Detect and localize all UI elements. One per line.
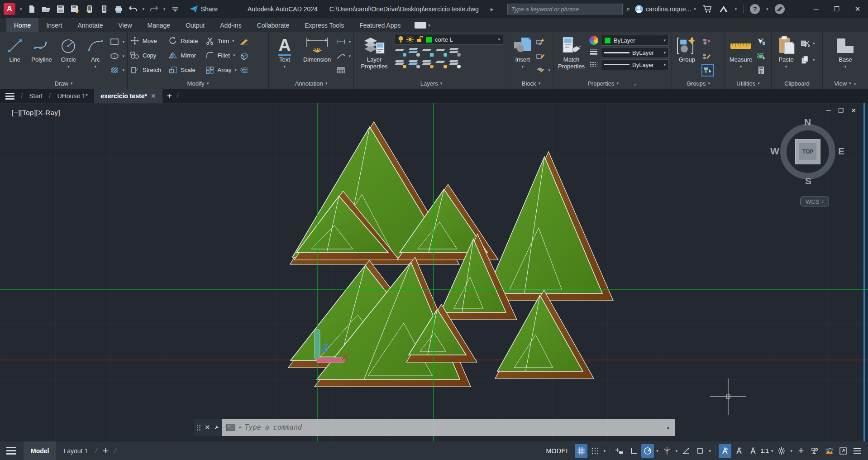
line-button[interactable]: Line bbox=[3, 34, 27, 78]
layer-off-icon[interactable] bbox=[395, 48, 406, 57]
arc-caret-icon[interactable]: ▾ bbox=[94, 64, 96, 69]
rotate-button[interactable]: Rotate bbox=[168, 35, 198, 47]
text-button[interactable]: A Text ▾ bbox=[272, 34, 298, 78]
command-history-expand-icon[interactable]: ▲ bbox=[666, 425, 671, 430]
layer-make-current-icon[interactable] bbox=[449, 48, 461, 57]
app-menu-caret-icon[interactable]: ▾ bbox=[20, 7, 22, 11]
rectangle-button[interactable]: ▾ bbox=[110, 36, 124, 48]
panel-label-annotation[interactable]: Annotation▾ bbox=[269, 78, 353, 89]
ortho-mode-toggle[interactable] bbox=[627, 444, 640, 458]
viewport-controls-label[interactable]: [−][Top][X-Ray] bbox=[12, 109, 60, 116]
layer-color-swatch[interactable] bbox=[425, 36, 432, 43]
properties-dialog-launcher-icon[interactable]: ⌄ bbox=[633, 80, 638, 87]
base-button[interactable]: Base ▾ bbox=[833, 34, 858, 78]
viewcube-top-face[interactable]: TOP bbox=[795, 139, 820, 164]
command-input[interactable]: ▾ Type a command ▲ bbox=[222, 419, 675, 436]
group-edit-button[interactable] bbox=[702, 50, 714, 62]
object-snap-tracking-toggle[interactable] bbox=[680, 444, 692, 458]
circle-button[interactable]: Circle ▾ bbox=[57, 34, 81, 78]
create-block-button[interactable] bbox=[536, 36, 550, 48]
offset-button[interactable] bbox=[239, 64, 248, 76]
layer-on-icon[interactable] bbox=[395, 59, 406, 68]
minimize-icon[interactable]: ─ bbox=[806, 0, 826, 18]
annotation-scale-caret-icon[interactable]: ▾ bbox=[770, 449, 774, 453]
layer-sun-icon[interactable] bbox=[406, 36, 414, 43]
autodesk-logo-icon[interactable] bbox=[719, 4, 729, 14]
text-caret-icon[interactable]: ▾ bbox=[284, 64, 286, 69]
recent-commands-icon[interactable] bbox=[226, 424, 235, 431]
save-icon[interactable] bbox=[56, 4, 66, 14]
dimension-button[interactable]: Dimension bbox=[300, 34, 334, 78]
layer-properties-button[interactable]: Layer Properties bbox=[357, 34, 392, 78]
file-tab-uhouse[interactable]: UHouse 1* bbox=[51, 89, 94, 103]
mirror-button[interactable]: Mirror bbox=[168, 49, 198, 61]
maximize-icon[interactable]: ☐ bbox=[826, 0, 847, 18]
base-caret-icon[interactable]: ▾ bbox=[844, 64, 847, 69]
viewcube-east[interactable]: E bbox=[838, 146, 844, 157]
quick-calculator-button[interactable] bbox=[757, 64, 766, 76]
undo-caret-icon[interactable]: ▾ bbox=[143, 7, 145, 11]
array-caret-icon[interactable]: ▾ bbox=[235, 68, 237, 72]
edit-attributes-caret-icon[interactable]: ▾ bbox=[548, 68, 550, 72]
trim-caret-icon[interactable]: ▾ bbox=[232, 38, 234, 43]
object-color-dropdown[interactable]: ByLayer ▾ bbox=[601, 35, 669, 46]
customize-quick-access-icon[interactable] bbox=[170, 4, 180, 14]
clean-screen-toggle[interactable] bbox=[837, 444, 849, 458]
layer-dropdown[interactable]: corte L ▾ bbox=[395, 34, 503, 45]
block-editor-button[interactable] bbox=[536, 50, 550, 62]
annotation-scale-value[interactable]: 1:1 bbox=[761, 447, 769, 454]
annotation-visibility-toggle[interactable] bbox=[719, 444, 731, 458]
layer-unisolate-icon[interactable] bbox=[408, 59, 420, 68]
trim-button[interactable]: Trim ▾ bbox=[205, 35, 237, 47]
multileader-caret-icon[interactable]: ▾ bbox=[348, 54, 351, 58]
group-selection-toggle-button[interactable] bbox=[702, 64, 714, 76]
linear-dimension-button[interactable]: ▾ bbox=[336, 36, 351, 48]
file-tabs-menu-icon[interactable] bbox=[5, 93, 14, 100]
layout1-tab[interactable]: Layout 1 bbox=[56, 441, 95, 460]
tab-collaborate[interactable]: Collaborate bbox=[249, 18, 297, 32]
tab-annotate[interactable]: Annotate bbox=[70, 18, 110, 32]
layer-match-icon[interactable] bbox=[449, 59, 461, 68]
copy-clip-caret-icon[interactable]: ▾ bbox=[813, 58, 815, 62]
insert-caret-icon[interactable]: ▾ bbox=[521, 64, 524, 69]
tab-manage[interactable]: Manage bbox=[140, 18, 178, 32]
wcs-dropdown[interactable]: WCS▿ bbox=[800, 196, 829, 206]
linear-dimension-caret-icon[interactable]: ▾ bbox=[348, 39, 351, 44]
layer-isolate-icon[interactable] bbox=[408, 48, 420, 57]
command-close-icon[interactable]: ✕ bbox=[205, 423, 210, 431]
scale-button[interactable]: Scale bbox=[168, 64, 198, 76]
quick-select-button[interactable] bbox=[757, 36, 766, 48]
file-tab-close-icon[interactable]: ✕ bbox=[151, 92, 156, 100]
tab-output[interactable]: Output bbox=[178, 18, 212, 32]
ribbon-display-toggle-icon[interactable] bbox=[415, 22, 426, 29]
array-button[interactable]: Array ▾ bbox=[205, 64, 237, 76]
redo-icon[interactable] bbox=[149, 4, 159, 14]
lineweight-dropdown[interactable]: ByLayer ▾ bbox=[601, 47, 669, 58]
ellipse-button[interactable]: ▾ bbox=[110, 50, 124, 62]
hatch-button[interactable]: ▾ bbox=[110, 64, 124, 76]
explode-button[interactable] bbox=[239, 50, 248, 62]
tab-insert[interactable]: Insert bbox=[38, 18, 70, 32]
fillet-caret-icon[interactable]: ▾ bbox=[233, 53, 235, 58]
undo-icon[interactable] bbox=[128, 4, 138, 14]
open-from-mobile-icon[interactable] bbox=[85, 4, 95, 14]
object-snap-caret-icon[interactable]: ▾ bbox=[708, 449, 712, 453]
viewcube-south[interactable]: S bbox=[805, 176, 811, 187]
panel-label-properties[interactable]: Properties▾ ⌄ bbox=[553, 78, 672, 89]
cart-icon[interactable] bbox=[702, 4, 712, 14]
move-button[interactable]: Move bbox=[130, 35, 161, 47]
workspace-switching-caret-icon[interactable]: ▾ bbox=[789, 449, 793, 453]
linetype-dropdown[interactable]: ByLayer ▾ bbox=[601, 59, 669, 70]
feedback-icon[interactable] bbox=[775, 4, 785, 14]
polar-tracking-caret-icon[interactable]: ▾ bbox=[655, 449, 659, 453]
tab-express-tools[interactable]: Express Tools bbox=[297, 18, 352, 32]
erase-button[interactable] bbox=[239, 36, 248, 48]
table-button[interactable] bbox=[336, 64, 351, 76]
arc-button[interactable]: Arc ▾ bbox=[83, 34, 107, 78]
measure-button[interactable]: Measure ▾ bbox=[728, 34, 754, 78]
layer-dropdown-caret-icon[interactable]: ▾ bbox=[498, 37, 500, 42]
search-input[interactable] bbox=[511, 6, 619, 13]
panel-label-utilities[interactable]: Utilities▾ bbox=[725, 78, 771, 89]
viewcube[interactable]: N W E S TOP bbox=[774, 118, 842, 186]
drag-grip-icon[interactable] bbox=[197, 425, 200, 431]
